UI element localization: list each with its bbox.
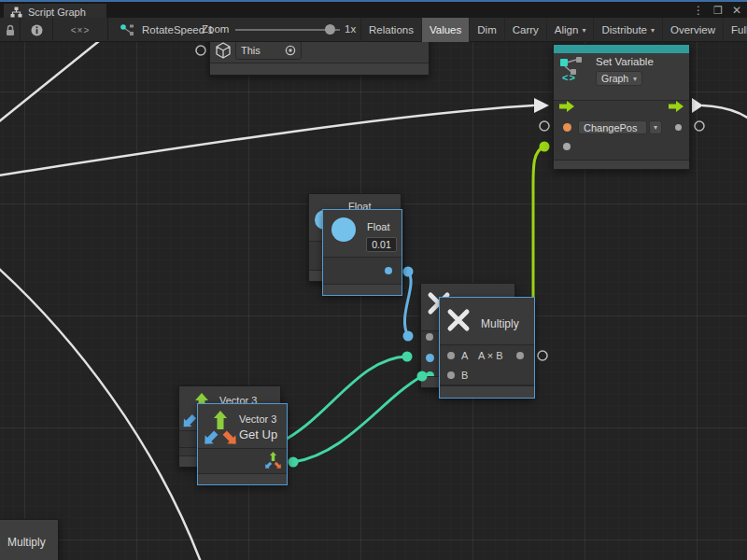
dim-label: Dim — [477, 24, 496, 35]
tab-title: Script Graph — [28, 7, 86, 18]
toolbar-buttons: Relations Values Dim Carry Align ▾ Distr… — [360, 18, 747, 42]
port-dot[interactable] — [426, 333, 433, 341]
distribute-label: Distribute — [601, 24, 647, 35]
node-title: Multiply — [481, 317, 519, 330]
fullscreen-button[interactable]: Full Screen — [723, 18, 747, 42]
window-menu-icon[interactable]: ⋮ — [693, 4, 704, 17]
close-icon[interactable]: ✕ — [732, 4, 741, 17]
node-footer — [198, 473, 287, 484]
divider — [440, 344, 534, 345]
node-title: Multiply — [7, 536, 46, 549]
script-graph-window: Float Vector 3 — [0, 0, 747, 560]
node-footer — [440, 385, 534, 398]
chevron-down-icon: ▾ — [633, 75, 637, 83]
port-dot-orange[interactable] — [563, 123, 571, 132]
port-dot-connected-blue[interactable] — [426, 354, 434, 362]
maximize-icon[interactable]: ❒ — [713, 5, 723, 17]
port-dot[interactable] — [675, 124, 682, 131]
vector3-axes-icon — [203, 409, 238, 446]
node-multiply-corner[interactable]: Multiply — [0, 519, 59, 560]
port-a-label: A — [461, 350, 468, 361]
node-float[interactable]: Float 0.01 — [322, 209, 402, 296]
overview-label: Overview — [670, 24, 715, 35]
overview-button[interactable]: Overview — [662, 18, 723, 42]
relations-label: Relations — [369, 24, 414, 35]
port-a-dot[interactable] — [447, 352, 455, 359]
vector3-sw-arrow-icon — [180, 412, 199, 430]
this-field-value: This — [241, 45, 285, 56]
align-label: Align — [555, 24, 579, 35]
info-button[interactable] — [21, 18, 53, 42]
float-value-field[interactable]: 0.01 — [366, 237, 397, 252]
tab-bar: Script Graph ⋮ ❒ ✕ — [0, 0, 747, 18]
port-result-label: A × B — [478, 350, 503, 361]
chevron-down-icon: ▾ — [651, 26, 655, 35]
chevron-down-icon: ▾ — [654, 123, 657, 132]
node-subtitle: Get Up — [239, 427, 277, 441]
result-port-dot[interactable] — [516, 352, 524, 359]
node-multiply[interactable]: Multiply A A × B B — [439, 297, 535, 399]
scope-value: Graph — [601, 73, 628, 84]
carry-label: Carry — [513, 24, 539, 35]
node-footer — [323, 284, 402, 295]
code-preview-button[interactable]: <×> — [53, 18, 108, 42]
selection-highlight-bar — [554, 45, 689, 53]
node-footer — [554, 160, 689, 169]
vector3-mini-icon — [264, 451, 282, 469]
variable-name-field[interactable]: ChangePos — [578, 120, 647, 134]
multiply-icon — [445, 307, 472, 333]
values-label: Values — [430, 24, 461, 35]
variable-name-dropdown-button[interactable]: ▾ — [649, 120, 662, 134]
node-title: Float — [367, 221, 389, 232]
zoom-value: 1x — [345, 23, 356, 35]
values-button[interactable]: Values — [421, 18, 469, 42]
flow-out-arrow-icon[interactable] — [669, 101, 684, 112]
divider — [323, 257, 402, 258]
graph-hierarchy-icon — [10, 7, 22, 18]
info-icon — [31, 24, 43, 36]
zoom-label: Zoom — [202, 23, 229, 35]
this-object-field[interactable]: This — [235, 41, 302, 60]
variable-name-value: ChangePos — [584, 122, 638, 133]
node-title: Set Variable — [596, 56, 654, 67]
lock-icon — [5, 24, 16, 36]
dim-button[interactable]: Dim — [469, 18, 503, 42]
object-picker-icon[interactable] — [285, 45, 296, 56]
float-value: 0.01 — [372, 239, 390, 250]
graph-toolbar: <×> RotateSpeed 1 Zoom 1x Relations Valu… — [0, 18, 747, 42]
distribute-dropdown[interactable]: Distribute ▾ — [593, 18, 662, 42]
graph-breadcrumb[interactable]: RotateSpeed 1 — [120, 18, 214, 42]
script-graph-icon — [120, 23, 135, 37]
output-port-dot[interactable] — [385, 267, 392, 274]
cube-icon — [215, 42, 232, 59]
node-set-variable[interactable]: <> Set Variable Graph ▾ ChangePos ▾ — [553, 44, 690, 170]
window-controls: ⋮ ❒ ✕ — [693, 4, 741, 17]
float-icon — [331, 217, 356, 242]
align-dropdown[interactable]: Align ▾ — [546, 18, 594, 42]
variable-scope-dropdown[interactable]: Graph ▾ — [596, 71, 642, 86]
node-vector3-get-up[interactable]: Vector 3 Get Up — [197, 403, 288, 485]
flow-in-arrow-icon[interactable] — [559, 101, 575, 112]
code-brackets-icon: <> — [562, 72, 576, 83]
chevron-down-icon: ▾ — [582, 26, 585, 35]
carry-button[interactable]: Carry — [504, 18, 546, 42]
node-footer — [210, 63, 429, 75]
code-icon: <×> — [71, 25, 91, 35]
divider — [198, 448, 287, 449]
port-b-dot[interactable] — [447, 371, 455, 379]
relations-button[interactable]: Relations — [360, 18, 421, 42]
node-title: Vector 3 — [239, 413, 276, 425]
port-b-label: B — [461, 370, 468, 381]
zoom-slider-handle[interactable] — [325, 24, 335, 35]
fullscreen-label: Full Screen — [731, 24, 747, 35]
port-dot[interactable] — [563, 143, 571, 150]
lock-button[interactable] — [0, 18, 21, 42]
